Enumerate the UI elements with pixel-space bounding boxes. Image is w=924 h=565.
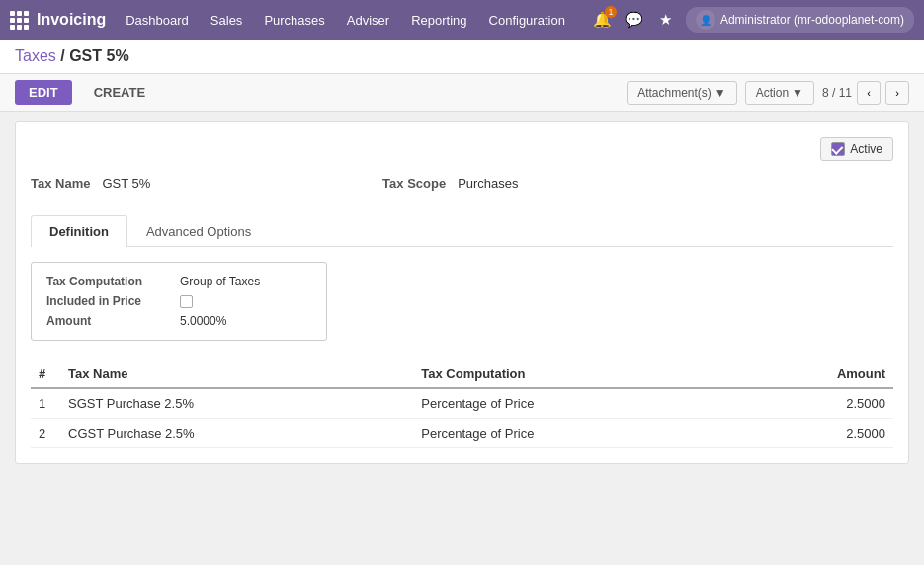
- avatar: 👤: [696, 10, 715, 30]
- tax-name-label: Tax Name: [31, 176, 90, 191]
- action-chevron: ▼: [792, 86, 803, 100]
- tax-scope-label: Tax Scope: [382, 176, 446, 191]
- apps-icon[interactable]: [10, 11, 29, 30]
- included-in-price-row: Included in Price: [46, 294, 311, 308]
- create-button[interactable]: CREATE: [80, 80, 159, 105]
- breadcrumb-separator: /: [60, 47, 69, 64]
- menu-purchases[interactable]: Purchases: [254, 7, 334, 34]
- attachments-label: Attachment(s): [637, 86, 712, 100]
- tax-computation-label: Tax Computation: [46, 275, 165, 288]
- user-name: Administrator (mr-odooplanet-com): [720, 13, 904, 27]
- menu-reporting[interactable]: Reporting: [401, 7, 476, 34]
- app-brand[interactable]: Invoicing: [10, 11, 106, 30]
- topnav-right: 🔔 1 💬 ★ 👤 Administrator (mr-odooplanet-c…: [591, 7, 914, 33]
- pager-text: 8 / 11: [822, 86, 852, 100]
- breadcrumb-row: Taxes / GST 5%: [0, 40, 924, 74]
- cell-num: 2: [31, 419, 60, 448]
- tax-scope-value: Purchases: [458, 176, 518, 191]
- pager-next[interactable]: ›: [885, 81, 909, 105]
- col-tax-computation: Tax Computation: [413, 361, 733, 388]
- cell-num: 1: [31, 388, 60, 419]
- active-label: Active: [850, 142, 882, 156]
- attachments-chevron: ▼: [714, 86, 726, 100]
- edit-button[interactable]: EDIT: [15, 80, 72, 105]
- included-in-price-label: Included in Price: [46, 294, 165, 308]
- tax-scope-field: Tax Scope Purchases: [382, 176, 518, 191]
- definition-box: Tax Computation Group of Taxes Included …: [31, 262, 327, 341]
- app-name: Invoicing: [37, 11, 106, 29]
- tax-name-field: Tax Name GST 5%: [31, 176, 150, 191]
- col-amount: Amount: [733, 361, 893, 388]
- tax-computation-row: Tax Computation Group of Taxes: [46, 275, 311, 288]
- top-navigation: Invoicing Dashboard Sales Purchases Advi…: [0, 0, 924, 40]
- menu-configuration[interactable]: Configuration: [479, 7, 575, 34]
- cell-tax-name: SGST Purchase 2.5%: [60, 388, 413, 419]
- cell-tax-computation: Percentage of Price: [413, 388, 733, 419]
- notifications-icon[interactable]: 🔔 1: [591, 8, 615, 32]
- menu-sales[interactable]: Sales: [201, 7, 253, 34]
- main-form: Active Tax Name GST 5% Tax Scope Purchas…: [15, 121, 909, 464]
- tab-advanced-options[interactable]: Advanced Options: [127, 215, 270, 247]
- cell-amount: 2.5000: [733, 419, 893, 448]
- cell-tax-name: CGST Purchase 2.5%: [60, 419, 413, 448]
- menu-dashboard[interactable]: Dashboard: [116, 7, 199, 34]
- included-in-price-checkbox[interactable]: [180, 295, 193, 308]
- active-toggle-row: Active: [31, 137, 893, 161]
- pager: 8 / 11 ‹ ›: [822, 81, 909, 105]
- user-menu[interactable]: 👤 Administrator (mr-odooplanet-com): [686, 7, 914, 33]
- cell-tax-computation: Percentage of Price: [413, 419, 733, 448]
- breadcrumb-parent[interactable]: Taxes: [15, 47, 56, 64]
- breadcrumb: Taxes / GST 5%: [15, 47, 909, 65]
- table-row[interactable]: 1 SGST Purchase 2.5% Percentage of Price…: [31, 388, 893, 419]
- menu-adviser[interactable]: Adviser: [337, 7, 399, 34]
- active-toggle[interactable]: Active: [820, 137, 893, 161]
- table-body: 1 SGST Purchase 2.5% Percentage of Price…: [31, 388, 893, 448]
- col-num: #: [31, 361, 60, 388]
- chat-icon[interactable]: 💬: [623, 8, 646, 32]
- tax-name-value: GST 5%: [102, 176, 150, 191]
- tax-table: # Tax Name Tax Computation Amount 1 SGST…: [31, 361, 893, 448]
- notification-badge: 1: [605, 6, 617, 18]
- table-row[interactable]: 2 CGST Purchase 2.5% Percentage of Price…: [31, 419, 893, 448]
- star-icon[interactable]: ★: [654, 8, 678, 32]
- amount-row: Amount 5.0000%: [46, 314, 311, 328]
- col-tax-name: Tax Name: [60, 361, 413, 388]
- action-bar: EDIT CREATE Attachment(s) ▼ Action ▼ 8 /…: [0, 74, 924, 112]
- action-dropdown[interactable]: Action ▼: [745, 81, 814, 105]
- fields-row: Tax Name GST 5% Tax Scope Purchases: [31, 171, 893, 196]
- attachments-dropdown[interactable]: Attachment(s) ▼: [627, 81, 737, 105]
- tab-bar: Definition Advanced Options: [31, 215, 893, 247]
- amount-value: 5.0000%: [180, 314, 226, 328]
- breadcrumb-current: GST 5%: [69, 47, 128, 64]
- action-label: Action: [756, 86, 789, 100]
- amount-label: Amount: [46, 314, 165, 328]
- cell-amount: 2.5000: [733, 388, 893, 419]
- active-checkbox-icon: [831, 142, 845, 156]
- tab-definition[interactable]: Definition: [31, 215, 127, 247]
- tax-computation-value: Group of Taxes: [180, 275, 260, 288]
- top-menu: Dashboard Sales Purchases Adviser Report…: [116, 7, 591, 34]
- table-header: # Tax Name Tax Computation Amount: [31, 361, 893, 388]
- pager-prev[interactable]: ‹: [857, 81, 881, 105]
